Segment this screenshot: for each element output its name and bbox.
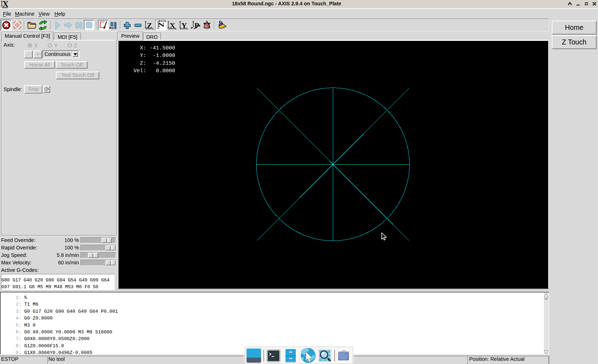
svg-text:X: X (2, 0, 9, 8)
svg-text:M1: M1 (109, 26, 114, 30)
